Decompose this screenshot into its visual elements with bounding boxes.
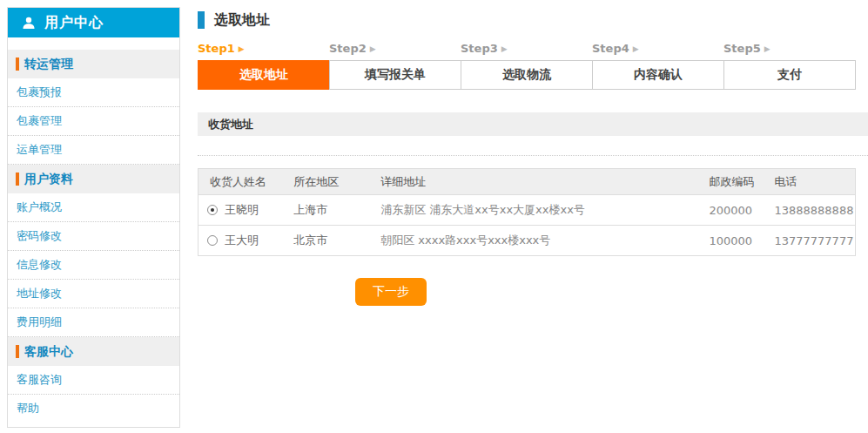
- sidebar-section-header: 用户资料: [8, 165, 179, 193]
- sidebar-section-label: 客服中心: [24, 344, 73, 360]
- column-header: 收货人姓名: [198, 169, 294, 195]
- recipient-cell: 王大明: [198, 226, 294, 256]
- dotted-separator: [198, 155, 868, 156]
- step-label: Step2: [329, 42, 367, 55]
- step-indicator: Step3▶: [461, 42, 592, 58]
- sidebar-title: 用户中心: [44, 14, 104, 32]
- sidebar-item[interactable]: 信息修改: [8, 251, 179, 280]
- step-indicator: Step5▶: [723, 42, 855, 58]
- tab[interactable]: 支付: [723, 60, 856, 90]
- region-cell: 北京市: [293, 226, 380, 256]
- address-radio[interactable]: [207, 205, 218, 215]
- step-arrow-icon: ▶: [239, 44, 245, 53]
- step-label: Step3: [461, 42, 498, 55]
- step-label: Step1: [198, 42, 235, 55]
- title-accent-bar: [198, 11, 205, 29]
- sidebar-item[interactable]: 帮助: [8, 395, 179, 423]
- sidebar-section-header: 转运管理: [8, 50, 179, 78]
- sidebar-section-label: 用户资料: [24, 172, 73, 187]
- sidebar-item[interactable]: 包裹预报: [8, 78, 179, 107]
- steps-row: Step1▶Step2▶Step3▶Step4▶Step5▶: [198, 42, 868, 58]
- table-row: 王晓明上海市浦东新区 浦东大道xx号xx大厦xx楼xx号200000138888…: [198, 195, 856, 226]
- step-arrow-icon: ▶: [370, 44, 376, 53]
- sidebar-menu: 转运管理包裹预报包裹管理运单管理用户资料账户概况密码修改信息修改地址修改费用明细…: [8, 50, 179, 423]
- region-cell: 上海市: [293, 195, 380, 226]
- step-label: Step4: [592, 42, 629, 55]
- column-header: 邮政编码: [710, 169, 775, 195]
- section-accent-bar: [16, 173, 19, 186]
- next-step-button[interactable]: 下一步: [355, 278, 427, 306]
- page-title-row: 选取地址: [198, 10, 868, 30]
- sidebar-item[interactable]: 客服咨询: [8, 366, 179, 395]
- main-content: 选取地址 Step1▶Step2▶Step3▶Step4▶Step5▶ 选取地址…: [198, 7, 868, 306]
- sidebar-item[interactable]: 运单管理: [8, 136, 179, 165]
- section-header-label: 收货地址: [208, 118, 253, 131]
- user-icon: [22, 17, 36, 30]
- sidebar-section-label: 转运管理: [24, 57, 73, 72]
- recipient-name: 王大明: [225, 233, 259, 247]
- table-row: 王大明北京市朝阳区 xxxx路xxx号xxx楼xxx号1000001377777…: [198, 226, 856, 256]
- address-table: 收货人姓名所在地区详细地址邮政编码电话 王晓明上海市浦东新区 浦东大道xx号xx…: [198, 168, 856, 256]
- address-cell: 朝阳区 xxxx路xxx号xxx楼xxx号: [380, 226, 709, 256]
- address-radio[interactable]: [207, 235, 218, 246]
- zip-cell: 200000: [710, 195, 775, 226]
- section-header: 收货地址: [198, 112, 868, 136]
- column-header: 电话: [774, 169, 855, 195]
- sidebar-section-header: 客服中心: [8, 337, 179, 366]
- tab[interactable]: 内容确认: [592, 60, 724, 90]
- tab[interactable]: 选取地址: [198, 60, 330, 90]
- section-accent-bar: [16, 345, 19, 358]
- step-label: Step5: [723, 42, 761, 55]
- page-title: 选取地址: [214, 11, 270, 30]
- sidebar: 用户中心 转运管理包裹预报包裹管理运单管理用户资料账户概况密码修改信息修改地址修…: [7, 7, 180, 428]
- sidebar-item[interactable]: 地址修改: [8, 280, 179, 308]
- sidebar-item[interactable]: 账户概况: [8, 193, 179, 222]
- step-arrow-icon: ▶: [764, 44, 770, 53]
- column-header: 所在地区: [293, 169, 380, 195]
- sidebar-item[interactable]: 包裹管理: [8, 107, 179, 136]
- step-indicator: Step1▶: [198, 42, 329, 58]
- table-body: 王晓明上海市浦东新区 浦东大道xx号xx大厦xx楼xx号200000138888…: [198, 195, 856, 256]
- step-arrow-icon: ▶: [501, 44, 508, 53]
- sidebar-header: 用户中心: [8, 8, 179, 37]
- column-header: 详细地址: [380, 169, 709, 195]
- section-accent-bar: [16, 58, 19, 71]
- sidebar-item[interactable]: 费用明细: [8, 308, 179, 337]
- phone-cell: 13888888888: [774, 195, 855, 226]
- phone-cell: 13777777777: [774, 226, 855, 256]
- table-header-row: 收货人姓名所在地区详细地址邮政编码电话: [198, 169, 856, 195]
- sidebar-item[interactable]: 密码修改: [8, 222, 179, 251]
- tabs-row: 选取地址填写报关单选取物流内容确认支付: [198, 60, 868, 90]
- zip-cell: 100000: [710, 226, 775, 256]
- step-indicator: Step4▶: [592, 42, 723, 58]
- tab[interactable]: 填写报关单: [329, 60, 461, 90]
- step-arrow-icon: ▶: [633, 44, 639, 53]
- recipient-name: 王晓明: [225, 203, 259, 216]
- tab[interactable]: 选取物流: [461, 60, 593, 90]
- address-cell: 浦东新区 浦东大道xx号xx大厦xx楼xx号: [380, 195, 709, 226]
- recipient-cell: 王晓明: [198, 195, 294, 226]
- step-indicator: Step2▶: [329, 42, 461, 58]
